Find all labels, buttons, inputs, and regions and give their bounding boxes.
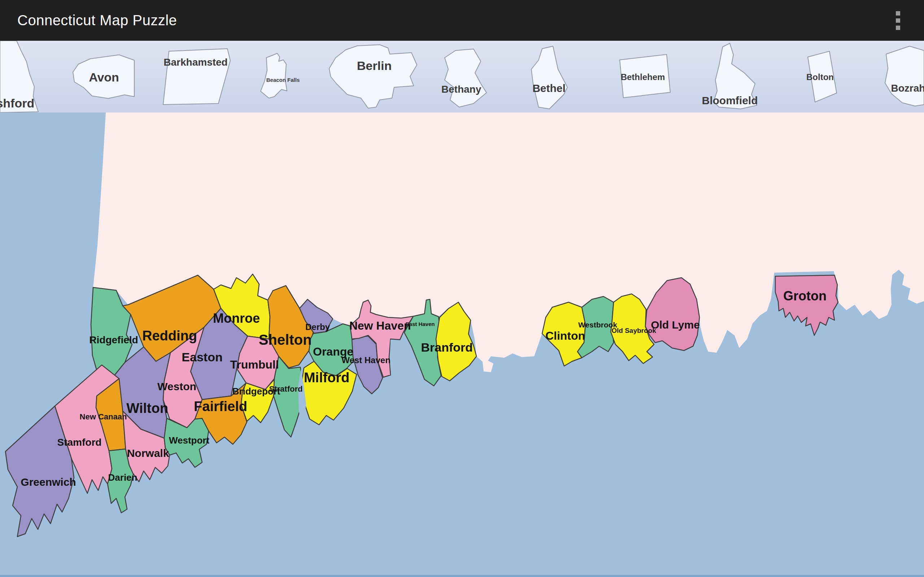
tray-label: Bozrah <box>891 82 924 94</box>
town-label-trumbull: Trumbull <box>230 358 279 371</box>
tray-label: Avon <box>89 70 119 84</box>
town-label-stamford: Stamford <box>57 437 102 448</box>
menu-dot <box>896 26 900 30</box>
town-label-clinton: Clinton <box>545 329 585 342</box>
piece-tray: Ashford Avon Barkhamsted Beacon Falls Be… <box>0 41 924 113</box>
town-label-new-haven: New Haven <box>349 319 411 332</box>
town-label-west-haven: West Haven <box>341 355 391 365</box>
town-label-shelton: Shelton <box>259 332 312 348</box>
town-label-weston: Weston <box>157 380 196 392</box>
map-bottom-edge <box>0 575 924 577</box>
map-canvas[interactable]: Ashford Avon Barkhamsted Beacon Falls Be… <box>0 41 924 577</box>
tray-label: Bloomfield <box>702 95 758 106</box>
tray-label: Bolton <box>806 72 834 82</box>
tray-label: Barkhamsted <box>163 56 228 68</box>
town-label-ridgefield: Ridgefield <box>89 334 138 345</box>
tray-label: Berlin <box>357 59 392 73</box>
town-label-stratford: Stratford <box>269 384 303 393</box>
tray-label: Bethel <box>532 82 565 94</box>
app-screen: Connecticut Map Puzzle Ashford Avon <box>0 0 924 577</box>
tray-piece-bethlehem[interactable]: Bethlehem <box>620 55 670 98</box>
map-board: Ridgefield Redding Monroe Shelton Derby … <box>0 113 924 577</box>
town-label-redding: Redding <box>142 328 197 343</box>
town-label-fairfield: Fairfield <box>194 399 247 414</box>
town-label-easton: Easton <box>181 350 222 364</box>
town-label-east-haven: East Haven <box>406 321 435 327</box>
town-label-milford: Milford <box>304 370 350 385</box>
menu-dot <box>896 11 900 16</box>
town-label-groton: Groton <box>783 288 827 303</box>
town-label-old-saybrook: Old Saybrook <box>611 327 656 334</box>
tray-label: Ashford <box>0 96 34 110</box>
app-bar: Connecticut Map Puzzle <box>0 0 924 41</box>
app-title: Connecticut Map Puzzle <box>17 12 177 29</box>
town-label-greenwich: Greenwich <box>21 476 76 488</box>
town-label-old-lyme: Old Lyme <box>651 319 700 331</box>
town-label-new-canaan: New Canaan <box>80 412 127 421</box>
town-label-norwalk: Norwalk <box>127 447 169 459</box>
tray-piece-barkhamsted[interactable]: Barkhamsted <box>163 49 230 105</box>
town-label-monroe: Monroe <box>213 311 260 326</box>
town-label-darien: Darien <box>108 472 137 483</box>
town-label-wilton: Wilton <box>126 401 168 416</box>
town-label-derby: Derby <box>305 322 330 332</box>
menu-dot <box>896 18 900 23</box>
tray-label: Bethlehem <box>621 72 665 82</box>
town-label-westport: Westport <box>169 435 210 446</box>
tray-label: Beacon Falls <box>267 77 300 83</box>
overflow-menu-icon[interactable] <box>892 8 904 34</box>
town-label-branford: Branford <box>421 340 473 354</box>
tray-label: Bethany <box>441 84 481 95</box>
